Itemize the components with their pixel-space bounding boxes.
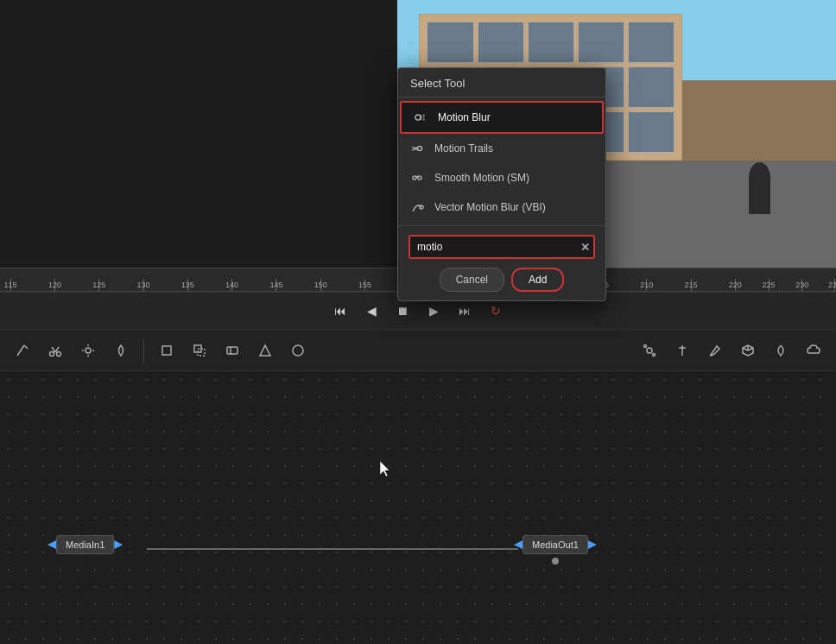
smooth-motion-icon <box>408 169 426 186</box>
svg-marker-16 <box>260 345 270 356</box>
motion-trails-icon <box>408 140 426 157</box>
cloud-tool-button[interactable] <box>800 337 827 364</box>
media-in-label: MediaIn1 <box>56 535 114 554</box>
dialog-footer: ✕ Cancel Add <box>398 225 605 300</box>
svg-point-18 <box>647 348 652 353</box>
svg-line-24 <box>743 348 748 350</box>
skip-back-button[interactable]: ⏮ <box>328 299 352 323</box>
svg-point-26 <box>415 115 421 120</box>
tool-list: Motion Blur Motion Trails <box>398 98 605 225</box>
svg-rect-17 <box>293 345 303 356</box>
svg-point-31 <box>413 176 416 180</box>
tool-item-motion-trails[interactable]: Motion Trails <box>398 134 605 163</box>
paint2-tool-button[interactable] <box>701 337 729 364</box>
select-tool-dialog[interactable]: Select Tool Motion Blur <box>397 67 606 301</box>
svg-point-2 <box>50 351 54 356</box>
svg-point-19 <box>644 344 647 347</box>
tool-label-smooth-motion: Smooth Motion (SM) <box>434 172 529 184</box>
node-editor[interactable]: MediaIn1 MediaOut1 <box>0 371 836 644</box>
edit-tool-button[interactable] <box>9 337 36 364</box>
search-box: ✕ <box>408 235 595 259</box>
tools-bar <box>0 330 836 371</box>
cut-tool-button[interactable] <box>41 337 69 364</box>
svg-rect-14 <box>227 347 238 354</box>
text-tool-button[interactable] <box>668 337 696 364</box>
add-button[interactable]: Add <box>511 268 564 292</box>
tools-separator-1 <box>143 338 144 363</box>
skip-forward-button[interactable]: ⏭ <box>453 299 477 323</box>
svg-point-3 <box>57 351 61 356</box>
tool-label-vector-motion-blur: Vector Motion Blur (VBI) <box>434 201 546 213</box>
svg-line-25 <box>748 348 753 350</box>
media-in-node[interactable]: MediaIn1 <box>48 535 123 554</box>
svg-point-6 <box>86 348 91 353</box>
transform-tool-button[interactable] <box>186 337 213 364</box>
svg-line-29 <box>421 119 426 120</box>
search-row: ✕ <box>408 235 595 259</box>
search-input[interactable] <box>408 235 595 259</box>
shape-tool-button[interactable] <box>251 337 279 364</box>
play-button[interactable]: ▶ <box>421 299 446 323</box>
tool-item-motion-blur[interactable]: Motion Blur <box>400 101 604 134</box>
media-out-node[interactable]: MediaOut1 <box>514 535 597 554</box>
vector-motion-blur-icon <box>408 199 426 216</box>
loop-button[interactable]: ↻ <box>484 299 508 323</box>
node-connector-right-out[interactable] <box>588 540 597 549</box>
node-dot <box>552 558 559 565</box>
tool-item-smooth-motion[interactable]: Smooth Motion (SM) <box>398 163 605 193</box>
svg-line-0 <box>17 345 24 356</box>
video-left-panel <box>0 0 397 268</box>
motion-blur-icon <box>412 109 429 126</box>
color-tool-button[interactable] <box>107 337 135 364</box>
particles-tool-button[interactable] <box>636 337 663 364</box>
svg-point-30 <box>418 147 422 151</box>
dialog-title: Select Tool <box>398 68 605 98</box>
effects-tool-button[interactable] <box>767 337 795 364</box>
stop-button[interactable]: ⏹ <box>390 299 415 323</box>
node-connection-line <box>147 548 518 550</box>
cancel-button[interactable]: Cancel <box>440 268 504 292</box>
node-connector-left-in[interactable] <box>48 540 56 549</box>
paint-tool-button[interactable] <box>284 337 312 364</box>
media-out-label: MediaOut1 <box>522 535 588 554</box>
svg-line-1 <box>24 345 28 349</box>
svg-point-33 <box>420 205 423 209</box>
tool-item-vector-motion-blur[interactable]: Vector Motion Blur (VBI) <box>398 193 605 222</box>
svg-line-27 <box>421 115 426 116</box>
svg-point-20 <box>653 353 656 356</box>
tool-label-motion-trails: Motion Trails <box>434 142 493 155</box>
crop-tool-button[interactable] <box>153 337 180 364</box>
step-back-button[interactable]: ◀ <box>359 299 383 323</box>
brightness-tool-button[interactable] <box>74 337 102 364</box>
search-clear-button[interactable]: ✕ <box>580 241 590 254</box>
3d-tool-button[interactable] <box>734 337 762 364</box>
dialog-buttons: Cancel Add <box>408 268 595 292</box>
node-connector-right-in[interactable] <box>114 540 123 549</box>
mask-tool-button[interactable] <box>218 337 246 364</box>
tool-label-motion-blur: Motion Blur <box>438 111 491 123</box>
svg-rect-11 <box>162 346 171 355</box>
